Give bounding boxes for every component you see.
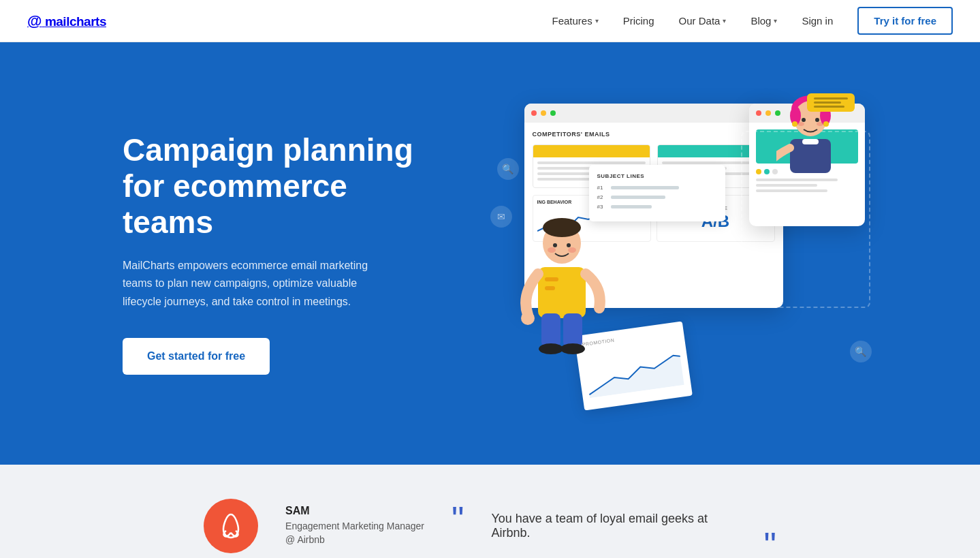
svg-point-14 <box>568 247 576 253</box>
nav-links: Features ▾ Pricing Our Data ▾ Blog ▾ Sig… <box>552 7 953 35</box>
subject-bar-2 <box>611 196 665 199</box>
dot-y2 <box>765 110 771 116</box>
svg-point-22 <box>815 118 819 122</box>
svg-point-25 <box>792 121 797 127</box>
svg-rect-5 <box>545 286 555 290</box>
nav-signin[interactable]: Sign in <box>802 15 833 27</box>
testimonial-wrapper: SAM Engagement Marketing Manager @ Airbn… <box>204 499 776 558</box>
blog-dropdown-arrow: ▾ <box>774 17 777 25</box>
subject-bar-1 <box>611 186 679 189</box>
svg-point-13 <box>548 247 556 253</box>
navigation: @ mailcharts Features ▾ Pricing Our Data… <box>0 0 980 42</box>
subject-lines-label: SUBJECT LINES <box>597 173 717 179</box>
hero-title: Campaign planning for ecommerce teams <box>123 132 422 241</box>
subject-item-2: #2 <box>597 194 717 200</box>
hero-section: Campaign planning for ecommerce teams Ma… <box>0 42 980 465</box>
svg-rect-20 <box>802 139 819 144</box>
our-data-dropdown-arrow: ▾ <box>723 17 726 25</box>
browser-dot-green <box>550 110 556 116</box>
subject-item-1: #1 <box>597 185 717 191</box>
hero-cta-button[interactable]: Get started for free <box>123 338 270 375</box>
svg-point-10 <box>560 343 585 354</box>
hero-description: MailCharts empowers ecommerce email mark… <box>123 257 381 311</box>
testimonial-role: Engagement Marketing Manager @ Airbnb <box>285 520 424 546</box>
testimonial-main: SAM Engagement Marketing Manager @ Airbn… <box>204 499 776 553</box>
competitors-label: COMPETITORS' EMAILS <box>533 131 775 138</box>
logo[interactable]: @ mailcharts <box>27 12 106 30</box>
nav-try-free-button[interactable]: Try it for free <box>857 7 953 35</box>
mail-icon: ✉ <box>490 206 512 228</box>
zoom-icon: 🔍 <box>850 341 872 362</box>
character-main <box>518 213 606 362</box>
svg-point-23 <box>797 122 804 126</box>
quote-right-mark: " <box>763 531 776 558</box>
svg-point-2 <box>543 218 581 237</box>
quote-left-mark: " <box>452 506 464 534</box>
features-dropdown-arrow: ▾ <box>595 17 599 25</box>
svg-rect-3 <box>538 267 586 318</box>
illustration-container: 🔍 ✉ 🔍 COMPETITORS' EMAILS <box>484 90 865 417</box>
svg-point-21 <box>802 118 806 122</box>
hero-illustration: 🔍 ✉ 🔍 COMPETITORS' EMAILS <box>422 83 926 424</box>
subject-bar-3 <box>611 205 652 208</box>
subject-item-3: #3 <box>597 204 717 210</box>
speech-bubble <box>807 93 855 112</box>
airbnb-logo-icon <box>214 509 248 543</box>
svg-rect-8 <box>563 313 582 347</box>
search-icon: 🔍 <box>497 158 519 180</box>
svg-rect-4 <box>545 277 558 281</box>
nav-our-data[interactable]: Our Data ▾ <box>679 15 727 27</box>
subject-lines-panel: SUBJECT LINES #1 #2 #3 <box>589 165 725 221</box>
testimonial-name: SAM <box>285 505 424 517</box>
card-header-yellow <box>533 145 650 157</box>
svg-point-26 <box>823 121 829 127</box>
logo-text: mailcharts <box>45 14 106 29</box>
nav-blog[interactable]: Blog ▾ <box>750 15 777 27</box>
testimonial-info: SAM Engagement Marketing Manager @ Airbn… <box>285 505 424 546</box>
svg-rect-7 <box>541 313 560 347</box>
testimonial-quote: You have a team of loyal email geeks at … <box>491 512 736 540</box>
browser-dot-yellow <box>541 110 546 116</box>
hero-left: Campaign planning for ecommerce teams Ma… <box>123 132 422 375</box>
line-1 <box>537 161 646 164</box>
svg-point-24 <box>817 122 823 126</box>
browser-dot-red <box>531 110 537 116</box>
testimonial-section: SAM Engagement Marketing Manager @ Airbn… <box>0 465 980 558</box>
testimonial-avatar <box>204 499 258 553</box>
browser-bar <box>524 104 783 123</box>
svg-point-12 <box>567 243 571 247</box>
nav-pricing[interactable]: Pricing <box>623 15 654 27</box>
svg-point-11 <box>553 243 557 247</box>
dot-r2 <box>756 110 761 116</box>
nav-features[interactable]: Features ▾ <box>552 15 598 27</box>
svg-point-9 <box>539 343 563 354</box>
logo-symbol: @ <box>27 12 42 29</box>
svg-point-6 <box>521 311 535 325</box>
